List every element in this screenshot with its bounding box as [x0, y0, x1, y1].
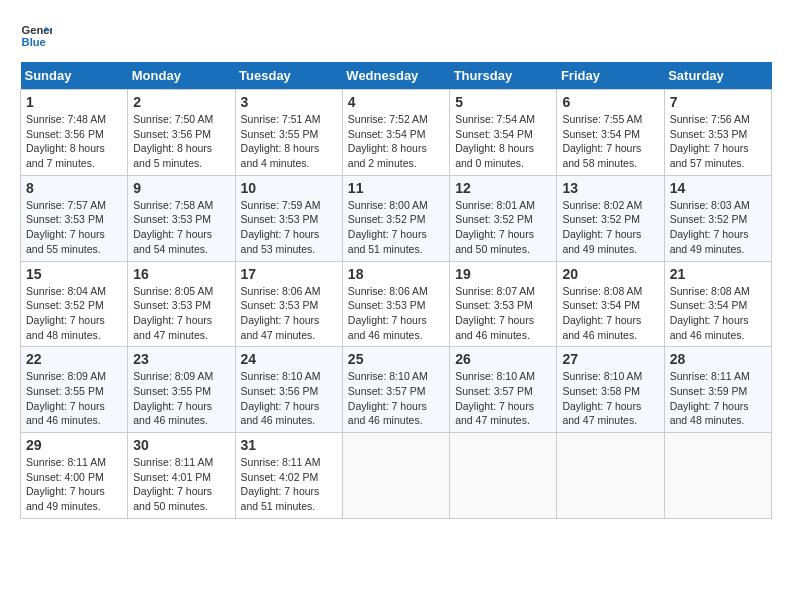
day-info: Sunrise: 7:52 AMSunset: 3:54 PMDaylight:…: [348, 112, 444, 171]
day-number: 9: [133, 180, 229, 196]
day-info: Sunrise: 7:48 AMSunset: 3:56 PMDaylight:…: [26, 112, 122, 171]
day-number: 26: [455, 351, 551, 367]
day-number: 10: [241, 180, 337, 196]
calendar-cell: [342, 433, 449, 519]
day-number: 24: [241, 351, 337, 367]
calendar-table: SundayMondayTuesdayWednesdayThursdayFrid…: [20, 62, 772, 519]
calendar-cell: 4Sunrise: 7:52 AMSunset: 3:54 PMDaylight…: [342, 90, 449, 176]
calendar-cell: 2Sunrise: 7:50 AMSunset: 3:56 PMDaylight…: [128, 90, 235, 176]
calendar-cell: 10Sunrise: 7:59 AMSunset: 3:53 PMDayligh…: [235, 175, 342, 261]
calendar-cell: 1Sunrise: 7:48 AMSunset: 3:56 PMDaylight…: [21, 90, 128, 176]
day-info: Sunrise: 7:57 AMSunset: 3:53 PMDaylight:…: [26, 198, 122, 257]
day-number: 31: [241, 437, 337, 453]
weekday-header: Sunday: [21, 62, 128, 90]
logo-icon: General Blue: [20, 20, 52, 52]
day-number: 6: [562, 94, 658, 110]
calendar-cell: 18Sunrise: 8:06 AMSunset: 3:53 PMDayligh…: [342, 261, 449, 347]
calendar-cell: 8Sunrise: 7:57 AMSunset: 3:53 PMDaylight…: [21, 175, 128, 261]
calendar-cell: 5Sunrise: 7:54 AMSunset: 3:54 PMDaylight…: [450, 90, 557, 176]
calendar-cell: 17Sunrise: 8:06 AMSunset: 3:53 PMDayligh…: [235, 261, 342, 347]
day-info: Sunrise: 8:05 AMSunset: 3:53 PMDaylight:…: [133, 284, 229, 343]
day-info: Sunrise: 7:50 AMSunset: 3:56 PMDaylight:…: [133, 112, 229, 171]
weekday-header: Thursday: [450, 62, 557, 90]
day-info: Sunrise: 8:09 AMSunset: 3:55 PMDaylight:…: [133, 369, 229, 428]
day-number: 19: [455, 266, 551, 282]
calendar-cell: 28Sunrise: 8:11 AMSunset: 3:59 PMDayligh…: [664, 347, 771, 433]
svg-text:Blue: Blue: [22, 36, 46, 48]
day-number: 18: [348, 266, 444, 282]
day-info: Sunrise: 8:03 AMSunset: 3:52 PMDaylight:…: [670, 198, 766, 257]
day-info: Sunrise: 8:04 AMSunset: 3:52 PMDaylight:…: [26, 284, 122, 343]
calendar-cell: [664, 433, 771, 519]
day-number: 28: [670, 351, 766, 367]
day-info: Sunrise: 8:11 AMSunset: 3:59 PMDaylight:…: [670, 369, 766, 428]
calendar-cell: 21Sunrise: 8:08 AMSunset: 3:54 PMDayligh…: [664, 261, 771, 347]
day-number: 16: [133, 266, 229, 282]
calendar-cell: 19Sunrise: 8:07 AMSunset: 3:53 PMDayligh…: [450, 261, 557, 347]
day-info: Sunrise: 8:09 AMSunset: 3:55 PMDaylight:…: [26, 369, 122, 428]
day-info: Sunrise: 8:07 AMSunset: 3:53 PMDaylight:…: [455, 284, 551, 343]
day-info: Sunrise: 8:11 AMSunset: 4:02 PMDaylight:…: [241, 455, 337, 514]
day-info: Sunrise: 8:01 AMSunset: 3:52 PMDaylight:…: [455, 198, 551, 257]
calendar-cell: [557, 433, 664, 519]
day-info: Sunrise: 7:54 AMSunset: 3:54 PMDaylight:…: [455, 112, 551, 171]
calendar-cell: 29Sunrise: 8:11 AMSunset: 4:00 PMDayligh…: [21, 433, 128, 519]
calendar-cell: 24Sunrise: 8:10 AMSunset: 3:56 PMDayligh…: [235, 347, 342, 433]
day-info: Sunrise: 8:11 AMSunset: 4:00 PMDaylight:…: [26, 455, 122, 514]
day-number: 30: [133, 437, 229, 453]
calendar-week-row: 1Sunrise: 7:48 AMSunset: 3:56 PMDaylight…: [21, 90, 772, 176]
calendar-cell: 31Sunrise: 8:11 AMSunset: 4:02 PMDayligh…: [235, 433, 342, 519]
calendar-cell: 26Sunrise: 8:10 AMSunset: 3:57 PMDayligh…: [450, 347, 557, 433]
weekday-header: Tuesday: [235, 62, 342, 90]
day-number: 15: [26, 266, 122, 282]
day-number: 14: [670, 180, 766, 196]
day-info: Sunrise: 7:58 AMSunset: 3:53 PMDaylight:…: [133, 198, 229, 257]
calendar-cell: 6Sunrise: 7:55 AMSunset: 3:54 PMDaylight…: [557, 90, 664, 176]
day-info: Sunrise: 8:00 AMSunset: 3:52 PMDaylight:…: [348, 198, 444, 257]
day-number: 29: [26, 437, 122, 453]
day-info: Sunrise: 8:11 AMSunset: 4:01 PMDaylight:…: [133, 455, 229, 514]
calendar-week-row: 22Sunrise: 8:09 AMSunset: 3:55 PMDayligh…: [21, 347, 772, 433]
day-number: 21: [670, 266, 766, 282]
calendar-cell: 12Sunrise: 8:01 AMSunset: 3:52 PMDayligh…: [450, 175, 557, 261]
day-number: 23: [133, 351, 229, 367]
day-number: 27: [562, 351, 658, 367]
day-number: 11: [348, 180, 444, 196]
calendar-cell: 11Sunrise: 8:00 AMSunset: 3:52 PMDayligh…: [342, 175, 449, 261]
calendar-cell: 9Sunrise: 7:58 AMSunset: 3:53 PMDaylight…: [128, 175, 235, 261]
day-number: 20: [562, 266, 658, 282]
calendar-cell: 22Sunrise: 8:09 AMSunset: 3:55 PMDayligh…: [21, 347, 128, 433]
day-number: 25: [348, 351, 444, 367]
day-number: 13: [562, 180, 658, 196]
weekday-header: Wednesday: [342, 62, 449, 90]
day-info: Sunrise: 8:10 AMSunset: 3:56 PMDaylight:…: [241, 369, 337, 428]
day-number: 3: [241, 94, 337, 110]
calendar-cell: 13Sunrise: 8:02 AMSunset: 3:52 PMDayligh…: [557, 175, 664, 261]
day-info: Sunrise: 8:08 AMSunset: 3:54 PMDaylight:…: [670, 284, 766, 343]
calendar-cell: 27Sunrise: 8:10 AMSunset: 3:58 PMDayligh…: [557, 347, 664, 433]
day-number: 1: [26, 94, 122, 110]
day-number: 4: [348, 94, 444, 110]
day-info: Sunrise: 8:10 AMSunset: 3:57 PMDaylight:…: [348, 369, 444, 428]
page-header: General Blue: [20, 20, 772, 52]
day-number: 17: [241, 266, 337, 282]
day-info: Sunrise: 7:55 AMSunset: 3:54 PMDaylight:…: [562, 112, 658, 171]
calendar-cell: 20Sunrise: 8:08 AMSunset: 3:54 PMDayligh…: [557, 261, 664, 347]
calendar-week-row: 15Sunrise: 8:04 AMSunset: 3:52 PMDayligh…: [21, 261, 772, 347]
day-number: 2: [133, 94, 229, 110]
day-number: 7: [670, 94, 766, 110]
calendar-cell: 15Sunrise: 8:04 AMSunset: 3:52 PMDayligh…: [21, 261, 128, 347]
calendar-week-row: 8Sunrise: 7:57 AMSunset: 3:53 PMDaylight…: [21, 175, 772, 261]
day-info: Sunrise: 7:56 AMSunset: 3:53 PMDaylight:…: [670, 112, 766, 171]
day-info: Sunrise: 8:06 AMSunset: 3:53 PMDaylight:…: [241, 284, 337, 343]
calendar-header: SundayMondayTuesdayWednesdayThursdayFrid…: [21, 62, 772, 90]
calendar-cell: 14Sunrise: 8:03 AMSunset: 3:52 PMDayligh…: [664, 175, 771, 261]
day-number: 8: [26, 180, 122, 196]
calendar-cell: 7Sunrise: 7:56 AMSunset: 3:53 PMDaylight…: [664, 90, 771, 176]
calendar-cell: 25Sunrise: 8:10 AMSunset: 3:57 PMDayligh…: [342, 347, 449, 433]
calendar-cell: 30Sunrise: 8:11 AMSunset: 4:01 PMDayligh…: [128, 433, 235, 519]
day-info: Sunrise: 8:10 AMSunset: 3:58 PMDaylight:…: [562, 369, 658, 428]
calendar-cell: 16Sunrise: 8:05 AMSunset: 3:53 PMDayligh…: [128, 261, 235, 347]
calendar-cell: [450, 433, 557, 519]
weekday-header: Saturday: [664, 62, 771, 90]
